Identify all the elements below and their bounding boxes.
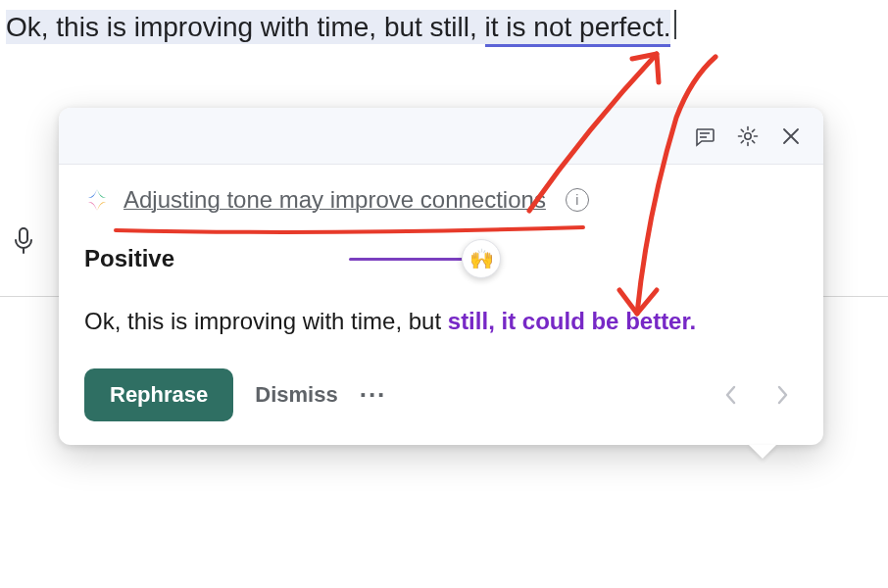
close-button[interactable] xyxy=(772,118,810,155)
more-options-button[interactable]: ··· xyxy=(360,380,387,411)
tone-slider[interactable]: 🙌 xyxy=(349,241,496,276)
suggestion-text: Ok, this is improving with time, but sti… xyxy=(84,304,798,339)
dismiss-button[interactable]: Dismiss xyxy=(255,382,337,408)
popup-heading-row: Adjusting tone may improve connections i xyxy=(84,186,798,214)
close-icon xyxy=(781,126,801,146)
prev-suggestion-button[interactable] xyxy=(715,379,747,411)
editor-text[interactable]: Ok, this is improving with time, but sti… xyxy=(6,6,882,47)
microphone-icon[interactable] xyxy=(10,227,37,255)
voice-input-area xyxy=(10,227,37,255)
raised-hands-emoji-icon: 🙌 xyxy=(469,247,494,270)
chat-icon xyxy=(693,124,716,148)
svg-rect-0 xyxy=(20,228,27,243)
chevron-right-icon xyxy=(774,383,790,407)
settings-button[interactable] xyxy=(729,118,766,155)
editor-flagged-segment: it is not perfect. xyxy=(485,10,671,47)
popup-heading: Adjusting tone may improve connections xyxy=(123,186,546,214)
tone-suggestion-popup: Adjusting tone may improve connections i… xyxy=(59,108,823,445)
app-logo-icon xyxy=(84,187,110,213)
popup-actions: Rephrase Dismiss ··· xyxy=(84,368,798,421)
rephrase-button[interactable]: Rephrase xyxy=(84,368,233,421)
tone-label: Positive xyxy=(84,245,174,272)
tone-slider-row: Positive 🙌 xyxy=(84,241,798,276)
gear-icon xyxy=(736,124,760,148)
suggestion-changed: still, it could be better. xyxy=(448,308,696,334)
editor-text-plain: Ok, this is improving with time, but sti… xyxy=(6,10,485,44)
chevron-left-icon xyxy=(723,383,739,407)
svg-point-4 xyxy=(745,132,751,138)
suggestion-unchanged: Ok, this is improving with time, but xyxy=(84,308,448,334)
popup-body: Adjusting tone may improve connections i… xyxy=(59,165,823,445)
suggestion-pager xyxy=(715,379,798,411)
slider-thumb[interactable]: 🙌 xyxy=(462,239,501,278)
next-suggestion-button[interactable] xyxy=(766,379,798,411)
info-icon: i xyxy=(575,192,578,208)
text-cursor xyxy=(674,10,676,39)
popup-header xyxy=(59,108,823,165)
info-button[interactable]: i xyxy=(566,188,589,212)
feedback-button[interactable] xyxy=(686,118,723,155)
